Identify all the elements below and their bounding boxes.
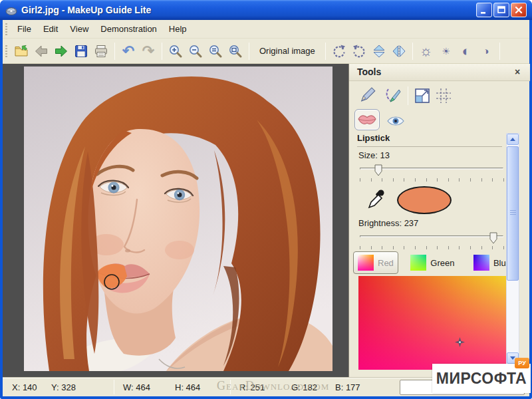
image-canvas[interactable]	[3, 64, 348, 377]
mirsofta-watermark: МИРСОФТА РУ	[432, 364, 531, 393]
toolbar-separator	[114, 43, 115, 60]
maximize-button[interactable]	[493, 3, 509, 17]
tab-red-label: Red	[378, 258, 394, 268]
toolbar-grip	[5, 45, 7, 57]
redo-button[interactable]: ↷	[139, 42, 158, 61]
rotate-ccw-button[interactable]	[350, 42, 368, 61]
open-folder-icon	[13, 43, 29, 59]
menu-bar: File Edit View Demonstration Help	[3, 20, 529, 39]
size-slider-thumb[interactable]	[374, 164, 382, 176]
color-picker-gradient[interactable]	[358, 276, 507, 370]
content-area: Tools ×	[3, 64, 529, 377]
brightness-slider-track[interactable]	[360, 235, 503, 237]
size-slider[interactable]	[360, 164, 503, 177]
print-button[interactable]	[92, 42, 110, 61]
zoom-actual-size-button[interactable]	[206, 42, 225, 61]
halftone-button[interactable]: ◑	[477, 42, 495, 61]
tools-panel-title: Tools	[357, 66, 381, 77]
grid-icon	[435, 87, 452, 104]
scrollbar-up-button[interactable]	[507, 134, 519, 145]
menu-demonstration[interactable]: Demonstration	[94, 22, 163, 36]
photo-girl2[interactable]	[24, 66, 332, 371]
app-body: File Edit View Demonstration Help	[3, 20, 529, 396]
title-bar: Girl2.jpg - MakeUp Guide Lite	[0, 0, 532, 20]
rotate-ccw-icon	[351, 43, 367, 59]
lipstick-lips-icon	[357, 113, 377, 126]
channel-tabs: Red Green Blue	[353, 251, 506, 275]
status-w: W: 464	[123, 382, 150, 392]
status-b: B: 177	[335, 382, 360, 392]
pencil-tool-button[interactable]	[357, 85, 378, 106]
status-separator	[114, 380, 114, 394]
status-separator	[230, 380, 231, 394]
pencil-icon	[359, 87, 376, 104]
tab-green-label: Green	[430, 258, 454, 268]
menu-help[interactable]: Help	[163, 22, 193, 36]
brush-icon	[384, 87, 402, 104]
panel-separator	[408, 86, 408, 105]
app-icon	[5, 3, 18, 17]
menu-view[interactable]: View	[64, 22, 94, 36]
gamma-button[interactable]: ☀	[437, 42, 456, 61]
toolbar-separator	[162, 43, 162, 60]
menu-edit[interactable]: Edit	[37, 22, 64, 36]
flip-horizontal-button[interactable]	[390, 42, 408, 61]
status-x: X: 140	[12, 382, 37, 392]
minimize-button[interactable]	[476, 3, 492, 17]
maximize-icon	[497, 5, 506, 15]
arrow-up-icon	[510, 138, 515, 141]
save-button[interactable]	[72, 42, 90, 61]
zoom-out-button[interactable]	[186, 42, 205, 61]
brightness-slider-thumb[interactable]	[489, 232, 497, 244]
panel-close-icon[interactable]: ×	[511, 66, 523, 78]
minimize-icon	[479, 5, 489, 15]
forward-button[interactable]	[52, 42, 70, 61]
back-button[interactable]	[32, 42, 51, 61]
status-g: G: 182	[291, 382, 317, 392]
eye-tool-button[interactable]	[385, 110, 406, 132]
save-floppy-icon	[73, 43, 89, 59]
zoom-fit-button[interactable]	[226, 42, 245, 61]
eye-icon	[386, 115, 405, 127]
scrollbar-thumb[interactable]	[507, 146, 519, 281]
resize-tool-button[interactable]	[412, 85, 433, 106]
flip-vertical-button[interactable]	[370, 42, 388, 61]
panel-scrollbar[interactable]	[506, 133, 519, 364]
red-channel-swatch-icon	[358, 255, 374, 271]
close-button[interactable]	[511, 3, 527, 17]
brightness-label: Brightness: 237	[358, 218, 418, 228]
brightness-slider[interactable]	[360, 231, 503, 245]
green-channel-swatch-icon	[410, 255, 426, 271]
zoom-out-icon	[188, 43, 203, 59]
contrast-button[interactable]: ◐	[457, 42, 475, 61]
zoom-in-icon	[168, 43, 184, 59]
size-slider-ticks	[360, 178, 504, 182]
menubar-grip	[5, 23, 7, 35]
brightness-slider-ticks	[360, 246, 504, 249]
close-icon	[514, 5, 523, 15]
undo-button[interactable]: ↶	[119, 42, 138, 61]
rotate-cw-button[interactable]	[330, 42, 348, 61]
resize-icon	[414, 87, 431, 104]
grid-tool-button[interactable]	[433, 85, 454, 106]
eyedropper-icon	[366, 188, 386, 210]
tab-blue[interactable]: Blue	[469, 251, 506, 274]
brush-tool-button[interactable]	[382, 85, 404, 106]
tab-red[interactable]: Red	[353, 251, 398, 274]
print-icon	[93, 43, 109, 59]
lipstick-tool-button[interactable]	[354, 109, 380, 130]
eyedropper-button[interactable]	[366, 188, 386, 210]
menu-file[interactable]: File	[11, 22, 37, 36]
color-picker-marker	[455, 337, 465, 347]
brightness-button[interactable]: ☼	[417, 42, 436, 61]
gamma-icon: ☀	[442, 47, 451, 56]
rotate-cw-icon	[331, 43, 347, 59]
blue-channel-swatch-icon	[473, 255, 489, 271]
app-window: Girl2.jpg - MakeUp Guide Lite File Edit …	[0, 0, 532, 399]
open-button[interactable]	[12, 42, 31, 61]
tools-panel: Tools ×	[348, 64, 529, 377]
tab-green[interactable]: Green	[406, 251, 458, 274]
brightness-icon: ☼	[420, 44, 433, 59]
zoom-in-button[interactable]	[166, 42, 185, 61]
zoom-fit-icon	[227, 43, 243, 59]
